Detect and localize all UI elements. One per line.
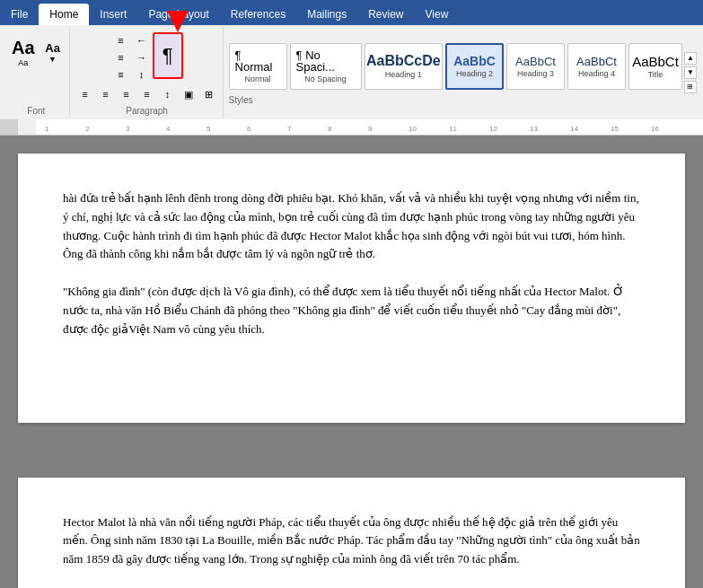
page2-paragraph1: Hector Malot là nhà văn nổi tiếng người … xyxy=(63,513,640,569)
page-gap xyxy=(18,437,685,463)
style-heading1-preview: AaBbCcDe xyxy=(366,54,441,68)
ruler-mark-11: 11 xyxy=(449,125,457,133)
styles-content: ¶ Normal Normal ¶ No Spaci... No Spacing… xyxy=(229,39,682,105)
page-1: hài đứa trẻ bất hạnh lênh đênh trong dòn… xyxy=(18,154,685,423)
font-size-icon: Aa xyxy=(45,41,60,55)
aa-label: Aa xyxy=(18,58,28,67)
style-heading2-preview: AaBbC xyxy=(453,55,496,67)
styles-scroll-down[interactable]: ▼ xyxy=(684,66,697,79)
ribbon-toolbar: Aa Aa Aa ▼ Font ≡ ≡ ≡ ← xyxy=(0,25,703,119)
shading-button[interactable]: ▣ xyxy=(179,86,198,102)
font-size-label: ▼ xyxy=(48,55,57,64)
page2-content[interactable]: Hector Malot là nhà văn nổi tiếng người … xyxy=(63,513,640,569)
svg-marker-0 xyxy=(167,11,189,32)
styles-scroll-up[interactable]: ▲ xyxy=(684,52,697,65)
line-spacing-button[interactable]: ↕ xyxy=(158,86,178,102)
red-arrow-indicator xyxy=(160,7,196,38)
list-buttons: ≡ ≡ ≡ xyxy=(111,32,131,83)
ruler-mark-8: 8 xyxy=(328,125,331,133)
ruler-mark-12: 12 xyxy=(489,125,497,133)
style-heading4-label: Heading 4 xyxy=(578,69,615,78)
style-no-spacing[interactable]: ¶ No Spaci... No Spacing xyxy=(290,43,362,90)
font-group: Aa Aa Aa ▼ Font xyxy=(4,27,70,118)
ruler-mark-2: 2 xyxy=(85,125,89,133)
increase-indent-button[interactable]: → xyxy=(132,49,152,66)
style-normal[interactable]: ¶ Normal Normal xyxy=(229,43,287,90)
ruler-left-margin xyxy=(0,119,18,135)
tab-view[interactable]: View xyxy=(415,4,460,25)
ruler-mark-16: 16 xyxy=(651,125,659,133)
ruler-inner: 1 2 3 4 5 6 7 8 9 10 11 12 13 14 15 16 xyxy=(36,119,703,135)
tab-references[interactable]: References xyxy=(220,4,296,25)
page1-paragraph2: "Không gia đình" (còn được dịch là Vô gi… xyxy=(63,283,640,338)
font-group-label: Font xyxy=(27,104,45,116)
style-heading1-label: Heading 1 xyxy=(385,70,422,79)
style-heading4[interactable]: AaBbCt Heading 4 xyxy=(567,43,626,90)
ruler-mark-9: 9 xyxy=(368,125,372,133)
page1-content[interactable]: hài đứa trẻ bất hạnh lênh đênh trong dòn… xyxy=(63,189,640,338)
style-title-label: Title xyxy=(648,70,663,79)
justify-button[interactable]: ≡ xyxy=(137,86,157,102)
borders-button[interactable]: ⊞ xyxy=(199,86,219,102)
style-heading1[interactable]: AaBbCcDe Heading 1 xyxy=(365,43,444,90)
ruler-mark-7: 7 xyxy=(287,125,291,133)
page1-paragraph1: hài đứa trẻ bất hạnh lênh đênh trong dòn… xyxy=(63,189,640,264)
font-aa-button[interactable]: Aa Aa xyxy=(7,29,40,75)
ruler-mark-6: 6 xyxy=(247,125,250,133)
sort-button[interactable]: ↕ xyxy=(132,66,152,83)
align-center-button[interactable]: ≡ xyxy=(96,86,116,102)
style-heading2[interactable]: AaBbC Heading 2 xyxy=(445,43,504,90)
style-normal-preview: ¶ Normal xyxy=(235,49,281,73)
document-area: hài đứa trẻ bất hạnh lênh đênh trong dòn… xyxy=(0,136,703,588)
tab-review[interactable]: Review xyxy=(357,4,414,25)
pilcrow-button[interactable]: ¶ xyxy=(153,32,183,79)
page-2: Hector Malot là nhà văn nổi tiếng người … xyxy=(18,478,685,588)
style-normal-label: Normal xyxy=(245,75,271,83)
tab-home[interactable]: Home xyxy=(39,4,89,25)
numbering-button[interactable]: ≡ xyxy=(111,49,131,66)
ruler-mark-3: 3 xyxy=(126,125,129,133)
style-no-spacing-preview: ¶ No Spaci... xyxy=(296,49,356,73)
page-scroll-area[interactable]: hài đứa trẻ bất hạnh lênh đênh trong dòn… xyxy=(0,136,703,588)
decrease-indent-button[interactable]: ← xyxy=(132,32,152,48)
bullets-button[interactable]: ≡ xyxy=(111,32,131,48)
style-heading3[interactable]: AaBbCt Heading 3 xyxy=(506,43,565,90)
style-title-preview: AaBbCt xyxy=(632,55,679,68)
paragraph-row1: ≡ ≡ ≡ ← → ↕ ¶ xyxy=(111,29,183,83)
align-left-button[interactable]: ≡ xyxy=(75,86,95,102)
font-row1: Aa Aa Aa ▼ xyxy=(7,29,66,75)
aa-icon: Aa xyxy=(12,38,35,58)
styles-scroll: ▲ ▼ ⊞ xyxy=(684,52,697,93)
indent-buttons: ← → ↕ xyxy=(132,32,152,83)
align-row: ≡ ≡ ≡ ≡ ↕ ▣ ⊞ xyxy=(75,86,219,102)
styles-more[interactable]: ⊞ xyxy=(684,81,697,93)
align-right-button[interactable]: ≡ xyxy=(117,86,136,102)
styles-row: ¶ Normal Normal ¶ No Spaci... No Spacing… xyxy=(229,39,682,93)
styles-group: ¶ Normal Normal ¶ No Spaci... No Spacing… xyxy=(225,27,700,118)
style-title[interactable]: AaBbCt Title xyxy=(628,43,682,90)
ruler-mark-10: 10 xyxy=(409,125,417,133)
ruler-mark-5: 5 xyxy=(207,125,210,133)
style-heading4-preview: AaBbCt xyxy=(576,56,617,67)
tab-mailings[interactable]: Mailings xyxy=(296,4,357,25)
style-heading3-label: Heading 3 xyxy=(517,69,554,78)
paragraph-group-label: Paragraph xyxy=(126,104,168,116)
font-size-button[interactable]: Aa ▼ xyxy=(40,29,66,75)
style-heading2-label: Heading 2 xyxy=(456,69,493,78)
style-heading3-preview: AaBbCt xyxy=(515,56,556,67)
ribbon-tabs: File Home Insert Page Layout References … xyxy=(0,0,703,25)
tab-insert[interactable]: Insert xyxy=(89,4,137,25)
ruler-mark-13: 13 xyxy=(530,125,538,133)
ruler-mark-15: 15 xyxy=(611,125,619,133)
style-no-spacing-label: No Spacing xyxy=(304,75,347,83)
ruler: 1 2 3 4 5 6 7 8 9 10 11 12 13 14 15 16 xyxy=(0,119,703,136)
ruler-mark-1: 1 xyxy=(45,125,48,133)
pilcrow-container: ¶ xyxy=(153,32,183,79)
tab-file[interactable]: File xyxy=(0,4,39,25)
multilevel-button[interactable]: ≡ xyxy=(111,66,131,83)
app-window: File Home Insert Page Layout References … xyxy=(0,0,703,588)
ruler-mark-4: 4 xyxy=(166,125,170,133)
styles-group-label: Styles xyxy=(229,93,682,105)
paragraph-group: ≡ ≡ ≡ ← → ↕ ¶ xyxy=(72,27,224,118)
pilcrow-icon: ¶ xyxy=(163,44,173,67)
